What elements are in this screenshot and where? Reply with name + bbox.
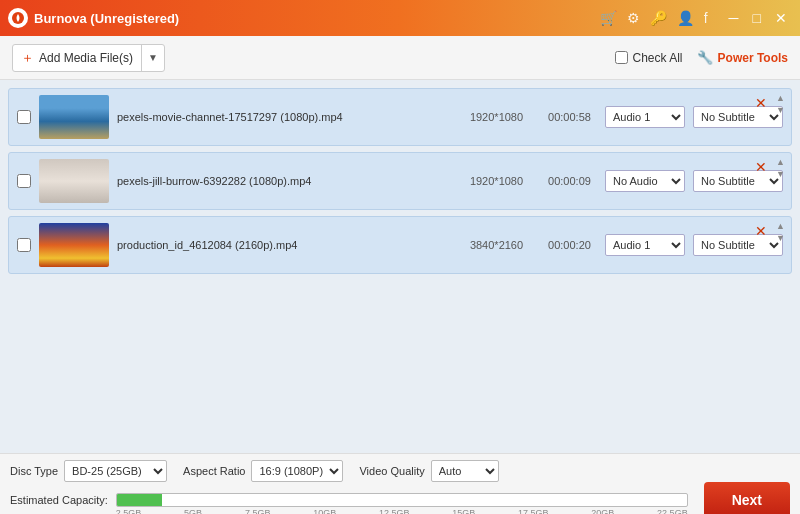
footer: Disc Type BD-25 (25GB)BD-50 (50GB)DVD-5 … [0, 453, 800, 514]
remove-file-button[interactable]: ✕ [755, 95, 767, 111]
gear-icon[interactable]: ⚙ [627, 10, 640, 26]
app-logo [8, 8, 28, 28]
move-down-arrow[interactable]: ▼ [776, 169, 785, 180]
video-quality-field: Video Quality AutoHighMediumLow [359, 460, 498, 482]
file-thumbnail [39, 223, 109, 267]
capacity-label: Estimated Capacity: [10, 494, 108, 506]
person-icon[interactable]: 👤 [677, 10, 694, 26]
file-name: pexels-jill-burrow-6392282 (1080p).mp4 [117, 175, 451, 187]
audio-select[interactable]: Audio 1No AudioAudio 2 [605, 106, 685, 128]
toolbar-right: Check All 🔧 Power Tools [615, 50, 788, 65]
capacity-tick: 5GB [184, 508, 202, 514]
remove-file-button[interactable]: ✕ [755, 223, 767, 239]
file-thumbnail [39, 95, 109, 139]
move-down-arrow[interactable]: ▼ [776, 233, 785, 244]
disc-type-field: Disc Type BD-25 (25GB)BD-50 (50GB)DVD-5 … [10, 460, 167, 482]
add-media-main[interactable]: ＋ Add Media File(s) [13, 45, 142, 71]
power-tools-label: Power Tools [718, 51, 788, 65]
check-all-label[interactable]: Check All [615, 51, 683, 65]
file-checkbox[interactable] [17, 110, 31, 124]
audio-select[interactable]: Audio 1No AudioAudio 2 [605, 234, 685, 256]
file-name: production_id_4612084 (2160p).mp4 [117, 239, 451, 251]
key-icon[interactable]: 🔑 [650, 10, 667, 26]
disc-type-select[interactable]: BD-25 (25GB)BD-50 (50GB)DVD-5 (4.7GB)DVD… [64, 460, 167, 482]
capacity-bar-wrap: 2.5GB5GB7.5GB10GB12.5GB15GB17.5GB20GB22.… [116, 493, 688, 507]
footer-bottom: Estimated Capacity: 2.5GB5GB7.5GB10GB12.… [10, 486, 790, 514]
toolbar: ＋ Add Media File(s) ▼ Check All 🔧 Power … [0, 36, 800, 80]
video-quality-label: Video Quality [359, 465, 424, 477]
file-resolution: 3840*2160 [459, 239, 534, 251]
reorder-arrows: ▲▼ [776, 157, 785, 180]
minimize-button[interactable]: ─ [724, 8, 744, 28]
power-tools-button[interactable]: 🔧 Power Tools [697, 50, 788, 65]
title-bar-left: Burnova (Unregistered) [8, 8, 179, 28]
file-duration: 00:00:58 [542, 111, 597, 123]
reorder-arrows: ▲▼ [776, 221, 785, 244]
file-resolution: 1920*1080 [459, 111, 534, 123]
subtitle-select[interactable]: No SubtitleSubtitle 1 [693, 234, 783, 256]
footer-top: Disc Type BD-25 (25GB)BD-50 (50GB)DVD-5 … [10, 460, 790, 482]
content-area: pexels-movie-channet-17517297 (1080p).mp… [0, 80, 800, 460]
capacity-ticks: 2.5GB5GB7.5GB10GB12.5GB15GB17.5GB20GB22.… [116, 508, 688, 514]
add-media-dropdown-arrow[interactable]: ▼ [142, 45, 164, 71]
move-down-arrow[interactable]: ▼ [776, 105, 785, 116]
aspect-ratio-label: Aspect Ratio [183, 465, 245, 477]
add-media-label: Add Media File(s) [39, 51, 133, 65]
app-title: Burnova (Unregistered) [34, 11, 179, 26]
file-duration: 00:00:20 [542, 239, 597, 251]
capacity-tick: 15GB [452, 508, 475, 514]
capacity-bar-bg [116, 493, 688, 507]
capacity-tick: 12.5GB [379, 508, 410, 514]
close-button[interactable]: ✕ [770, 8, 792, 28]
facebook-icon[interactable]: f [704, 10, 708, 26]
plus-icon: ＋ [21, 49, 34, 67]
table-row: pexels-movie-channet-17517297 (1080p).mp… [8, 88, 792, 146]
capacity-tick: 7.5GB [245, 508, 271, 514]
capacity-tick: 22.5GB [657, 508, 688, 514]
move-up-arrow[interactable]: ▲ [776, 93, 785, 104]
next-button[interactable]: Next [704, 482, 790, 514]
video-quality-select[interactable]: AutoHighMediumLow [431, 460, 499, 482]
remove-file-button[interactable]: ✕ [755, 159, 767, 175]
file-checkbox[interactable] [17, 238, 31, 252]
wrench-icon: 🔧 [697, 50, 713, 65]
disc-type-label: Disc Type [10, 465, 58, 477]
window-controls: ─ □ ✕ [724, 8, 792, 28]
table-row: production_id_4612084 (2160p).mp43840*21… [8, 216, 792, 274]
move-up-arrow[interactable]: ▲ [776, 157, 785, 168]
subtitle-select[interactable]: No SubtitleSubtitle 1 [693, 170, 783, 192]
check-all-text: Check All [633, 51, 683, 65]
file-checkbox[interactable] [17, 174, 31, 188]
table-row: pexels-jill-burrow-6392282 (1080p).mp419… [8, 152, 792, 210]
aspect-ratio-select[interactable]: 16:9 (1080P)4:316:9 (720P) [251, 460, 343, 482]
file-resolution: 1920*1080 [459, 175, 534, 187]
file-thumbnail [39, 159, 109, 203]
file-name: pexels-movie-channet-17517297 (1080p).mp… [117, 111, 451, 123]
subtitle-select[interactable]: No SubtitleSubtitle 1 [693, 106, 783, 128]
title-bar: Burnova (Unregistered) 🛒 ⚙ 🔑 👤 f ─ □ ✕ [0, 0, 800, 36]
file-duration: 00:00:09 [542, 175, 597, 187]
title-bar-right: 🛒 ⚙ 🔑 👤 f ─ □ ✕ [600, 8, 792, 28]
audio-select[interactable]: Audio 1No AudioAudio 2 [605, 170, 685, 192]
capacity-tick: 10GB [313, 508, 336, 514]
capacity-tick: 17.5GB [518, 508, 549, 514]
check-all-checkbox[interactable] [615, 51, 628, 64]
aspect-ratio-field: Aspect Ratio 16:9 (1080P)4:316:9 (720P) [183, 460, 343, 482]
reorder-arrows: ▲▼ [776, 93, 785, 116]
move-up-arrow[interactable]: ▲ [776, 221, 785, 232]
capacity-tick: 20GB [591, 508, 614, 514]
capacity-bar-fill [117, 494, 163, 506]
maximize-button[interactable]: □ [748, 8, 766, 28]
add-media-button[interactable]: ＋ Add Media File(s) ▼ [12, 44, 165, 72]
capacity-tick: 2.5GB [116, 508, 142, 514]
cart-icon[interactable]: 🛒 [600, 10, 617, 26]
